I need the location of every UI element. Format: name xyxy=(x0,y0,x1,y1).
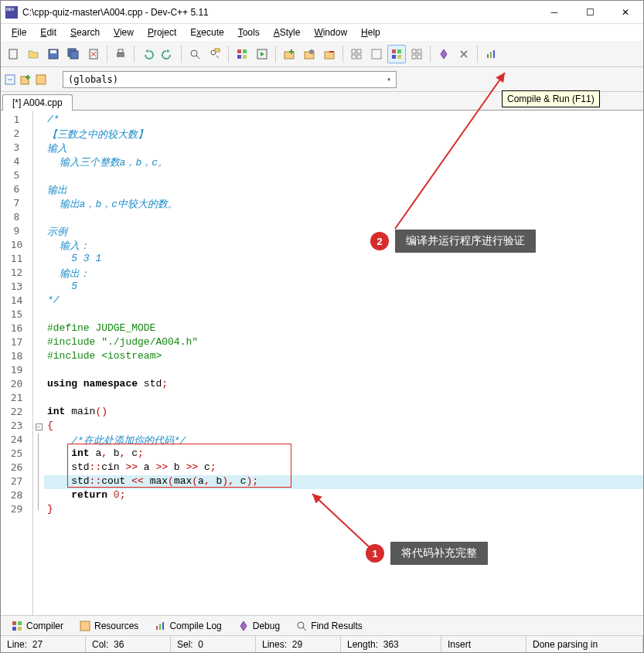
code-line[interactable]: { xyxy=(44,420,643,434)
add-class-button[interactable] xyxy=(19,73,32,86)
svg-rect-41 xyxy=(12,627,16,631)
code-line[interactable]: #include "./judge/A004.h" xyxy=(44,336,643,350)
globals-value: (globals) xyxy=(68,74,118,85)
svg-rect-11 xyxy=(237,49,241,53)
menu-file[interactable]: File xyxy=(5,26,32,39)
replace-button[interactable] xyxy=(206,45,224,63)
menu-search[interactable]: Search xyxy=(64,26,106,39)
remove-from-project-button[interactable] xyxy=(320,45,339,63)
project-options-button[interactable] xyxy=(300,45,319,63)
tab-compiler[interactable]: Compiler xyxy=(4,617,70,634)
stop-button[interactable] xyxy=(455,45,473,63)
svg-rect-4 xyxy=(70,51,78,59)
code-line[interactable]: } xyxy=(44,503,643,517)
svg-rect-38 xyxy=(36,75,46,84)
titlebar: C:\cpp-quiz-master\A004.cpp - Dev-C++ 5.… xyxy=(1,1,643,24)
tb-compile-icon[interactable] xyxy=(347,45,366,63)
minimize-button[interactable]: ─ xyxy=(537,1,572,24)
compile-button[interactable] xyxy=(233,45,251,63)
maximize-button[interactable]: ☐ xyxy=(572,1,608,24)
browse-class-button[interactable] xyxy=(35,73,47,86)
svg-rect-42 xyxy=(18,627,22,631)
globals-combo[interactable]: (globals) ▾ xyxy=(63,71,397,88)
svg-rect-39 xyxy=(12,621,16,625)
tab-find-results[interactable]: Find Results xyxy=(288,617,370,634)
line-gutter: 1234567891011121314151617181920212223242… xyxy=(1,111,33,615)
menu-tools[interactable]: Tools xyxy=(232,26,266,39)
print-button[interactable] xyxy=(111,45,130,63)
menubar: File Edit Search View Project Execute To… xyxy=(1,24,643,41)
code-line[interactable]: 输入三个整数a，b，c。 xyxy=(44,155,643,169)
code-line[interactable]: 5 xyxy=(44,281,643,294)
new-project-button[interactable] xyxy=(280,45,298,63)
menu-astyle[interactable]: AStyle xyxy=(267,26,307,39)
code-line[interactable]: 输入： xyxy=(44,239,643,253)
run-button[interactable] xyxy=(253,45,271,63)
code-line[interactable]: 示例 xyxy=(44,225,643,239)
save-all-button[interactable] xyxy=(64,45,83,63)
menu-view[interactable]: View xyxy=(107,26,140,39)
svg-rect-10 xyxy=(215,49,220,52)
code-line[interactable]: return 0; xyxy=(44,489,643,503)
code-area[interactable]: /*【三数之中的较大数】输入 输入三个整数a，b，c。输出 输出a，b，c中较大… xyxy=(44,111,643,615)
profile-button[interactable] xyxy=(482,45,500,63)
code-line[interactable]: using namespace std; xyxy=(44,378,643,392)
code-line[interactable]: /*在此处添加你的代码*/ xyxy=(44,434,643,447)
menu-edit[interactable]: Edit xyxy=(34,26,63,39)
code-line[interactable] xyxy=(44,169,643,183)
close-file-button[interactable] xyxy=(84,45,103,63)
tb-run-icon[interactable] xyxy=(367,45,386,63)
undo-button[interactable] xyxy=(138,45,157,63)
code-line[interactable] xyxy=(44,392,643,406)
code-line[interactable]: int a, b, c; xyxy=(44,447,643,461)
code-line[interactable]: #define JUDGE_MODE xyxy=(44,322,643,336)
svg-rect-44 xyxy=(156,626,158,630)
tab-debug[interactable]: Debug xyxy=(230,617,287,634)
code-line[interactable]: 输出 xyxy=(44,183,643,197)
svg-rect-13 xyxy=(237,55,241,59)
code-line[interactable] xyxy=(44,211,643,225)
code-line[interactable]: 【三数之中的较大数】 xyxy=(44,128,643,141)
tab-resources[interactable]: Resources xyxy=(72,617,145,634)
code-editor[interactable]: 1234567891011121314151617181920212223242… xyxy=(1,111,643,615)
svg-rect-25 xyxy=(392,49,396,53)
save-button[interactable] xyxy=(44,45,63,63)
menu-window[interactable]: Window xyxy=(308,26,353,39)
code-line[interactable]: 输入 xyxy=(44,141,643,155)
code-line[interactable]: int main() xyxy=(44,406,643,420)
svg-rect-43 xyxy=(80,621,90,631)
svg-rect-29 xyxy=(412,49,416,53)
svg-rect-14 xyxy=(243,55,247,59)
menu-execute[interactable]: Execute xyxy=(184,26,230,39)
redo-button[interactable] xyxy=(158,45,177,63)
svg-point-8 xyxy=(191,50,197,56)
code-line[interactable] xyxy=(44,364,643,378)
svg-rect-0 xyxy=(9,49,17,59)
tab-compile-log[interactable]: Compile Log xyxy=(147,617,228,634)
code-line[interactable]: std::cin >> a >> b >> c; xyxy=(44,461,643,475)
statusbar: Line: 27 Col: 36 Sel: 0 Lines: 29 Length… xyxy=(1,635,643,652)
svg-rect-30 xyxy=(417,49,421,53)
debug-button[interactable] xyxy=(434,45,453,63)
file-tab-active[interactable]: [*] A004.cpp xyxy=(2,94,73,111)
menu-project[interactable]: Project xyxy=(141,26,182,39)
code-line[interactable]: 输出： xyxy=(44,267,643,281)
code-line[interactable]: 5 3 1 xyxy=(44,253,643,267)
code-line[interactable]: std::cout << max(max(a, b), c); xyxy=(44,475,643,489)
open-file-button[interactable] xyxy=(24,45,43,63)
code-line[interactable]: /* xyxy=(44,114,643,128)
code-line[interactable]: */ xyxy=(44,294,643,308)
code-line[interactable]: #include <iostream> xyxy=(44,350,643,364)
svg-rect-34 xyxy=(490,52,492,58)
svg-rect-19 xyxy=(325,52,334,59)
goto-declaration-button[interactable] xyxy=(4,73,16,86)
rebuild-all-button[interactable] xyxy=(407,45,426,63)
menu-help[interactable]: Help xyxy=(355,26,387,39)
close-button[interactable]: ✕ xyxy=(608,1,643,24)
svg-rect-22 xyxy=(352,55,356,59)
code-line[interactable] xyxy=(44,308,643,322)
code-line[interactable]: 输出a，b，c中较大的数。 xyxy=(44,197,643,211)
find-button[interactable] xyxy=(186,45,204,63)
compile-run-button[interactable] xyxy=(387,45,406,63)
new-file-button[interactable] xyxy=(4,45,22,63)
